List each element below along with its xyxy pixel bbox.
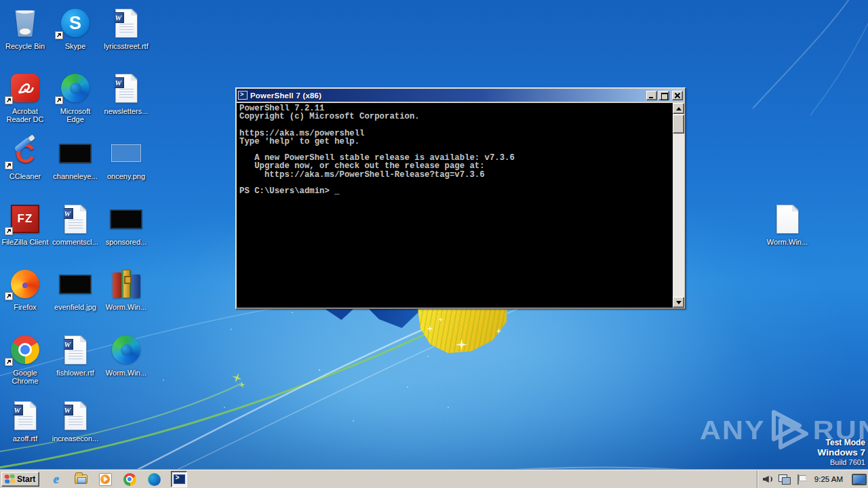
console-scrollbar[interactable] bbox=[673, 103, 684, 308]
folder-icon bbox=[75, 474, 87, 484]
scroll-up-button[interactable] bbox=[673, 103, 684, 114]
start-button[interactable]: Start bbox=[1, 472, 39, 487]
desktop-icon-increasecon[interactable]: W increasecon... bbox=[51, 398, 100, 443]
winrar-archive-icon bbox=[111, 270, 141, 298]
media-player-icon bbox=[99, 473, 112, 486]
icon-label: Acrobat Reader DC bbox=[1, 107, 50, 123]
scrollbar-thumb[interactable] bbox=[673, 115, 684, 134]
icon-label: sponsored... bbox=[102, 238, 151, 246]
triangle-down-icon bbox=[676, 301, 682, 304]
start-button-label: Start bbox=[17, 474, 35, 484]
desktop-icon-fishlower-rtf[interactable]: W fishlower.rtf bbox=[51, 332, 100, 377]
shortcut-arrow-icon bbox=[5, 161, 13, 169]
recycle-bin-icon bbox=[15, 9, 35, 37]
word-document-icon: W bbox=[115, 9, 138, 38]
word-document-icon: W bbox=[64, 401, 87, 430]
skype-icon: S bbox=[61, 9, 90, 37]
desktop-icon-evenfield-jpg[interactable]: evenfield.jpg bbox=[51, 266, 100, 311]
icon-label: CCleaner bbox=[1, 172, 50, 180]
chrome-icon bbox=[11, 336, 39, 364]
desktop-icon-onceny-png[interactable]: onceny.png bbox=[102, 136, 151, 180]
icon-label: evenfield.jpg bbox=[51, 303, 100, 311]
maximize-button[interactable] bbox=[658, 91, 669, 100]
console-text: PowerShell 7.2.11 Copyright (c) Microsof… bbox=[237, 103, 673, 195]
word-document-icon: W bbox=[64, 336, 87, 365]
icon-label: newsletters... bbox=[102, 107, 151, 115]
desktop-icon-recycle-bin[interactable]: Recycle Bin bbox=[1, 5, 50, 50]
taskbar-item-edge[interactable] bbox=[146, 472, 161, 487]
word-w-badge: W bbox=[62, 339, 73, 350]
desktop-icon-sponsored[interactable]: sponsored... bbox=[102, 201, 151, 246]
icon-label: increasecon... bbox=[51, 434, 100, 443]
icon-label: Recycle Bin bbox=[1, 42, 50, 50]
desktop-icon-worm-rar[interactable]: Worm.Win... bbox=[102, 266, 151, 311]
shortcut-arrow-icon bbox=[5, 227, 13, 235]
icon-label: commentscl... bbox=[51, 238, 100, 246]
blank-file-icon bbox=[776, 205, 799, 234]
shortcut-arrow-icon bbox=[55, 31, 63, 39]
desktop-icon-lyricsstreet-rtf[interactable]: W lyricsstreet.rtf bbox=[102, 5, 151, 50]
desktop-icon-worm-file[interactable]: Worm.Win... bbox=[763, 201, 812, 246]
volume-icon[interactable] bbox=[763, 474, 772, 484]
icon-label: fishlower.rtf bbox=[51, 369, 100, 377]
acrobat-reader-icon bbox=[11, 74, 39, 102]
icon-label: Google Chrome bbox=[1, 369, 50, 385]
windows-flag-icon bbox=[5, 474, 16, 484]
display-icon[interactable] bbox=[852, 474, 864, 485]
quick-launch: e > bbox=[49, 471, 187, 487]
triangle-up-icon bbox=[676, 107, 682, 110]
desktop-icon-microsoft-edge[interactable]: Microsoft Edge bbox=[51, 70, 100, 123]
powershell-window: > PowerShell 7 (x86) PowerShell 7.2.11 C… bbox=[235, 87, 686, 309]
desktop-icon-filezilla[interactable]: FZ FileZilla Client bbox=[1, 201, 50, 246]
desktop-icon-channeleye[interactable]: channeleye... bbox=[51, 136, 100, 180]
desktop-icon-firefox[interactable]: Firefox bbox=[1, 266, 50, 311]
icon-label: onceny.png bbox=[102, 172, 151, 180]
faint-image-thumbnail-icon bbox=[111, 144, 141, 162]
desktop-icon-commentscl[interactable]: W commentscl... bbox=[51, 201, 100, 246]
action-center-flag-icon[interactable] bbox=[797, 474, 806, 485]
icon-label: Worm.Win... bbox=[763, 238, 812, 246]
desktop-icon-ccleaner[interactable]: C CCleaner bbox=[1, 136, 50, 180]
edge-icon bbox=[61, 74, 90, 102]
word-document-icon: W bbox=[115, 74, 138, 103]
taskbar-item-powershell-active[interactable]: > bbox=[171, 471, 187, 487]
shortcut-arrow-icon bbox=[5, 292, 13, 300]
wallpaper-speckles bbox=[319, 369, 320, 371]
icon-label: lyricsstreet.rtf bbox=[102, 42, 151, 50]
taskbar-item-explorer[interactable] bbox=[73, 472, 88, 487]
taskbar: Start e > 9:25 AM bbox=[0, 470, 868, 488]
close-button[interactable] bbox=[672, 91, 683, 100]
icon-label: Firefox bbox=[1, 303, 50, 311]
word-w-badge: W bbox=[113, 12, 124, 23]
network-icon[interactable] bbox=[778, 474, 791, 485]
word-document-icon: W bbox=[14, 401, 37, 430]
desktop-screen: Recycle Bin S Skype W lyricsstreet.rtf A… bbox=[0, 0, 868, 488]
word-w-badge: W bbox=[62, 405, 73, 415]
shortcut-arrow-icon bbox=[5, 358, 13, 366]
taskbar-item-internet-explorer[interactable]: e bbox=[49, 472, 64, 487]
icon-label: Worm.Win... bbox=[102, 369, 151, 377]
desktop-icon-worm-edge[interactable]: Worm.Win... bbox=[102, 332, 151, 377]
taskbar-clock[interactable]: 9:25 AM bbox=[812, 475, 846, 483]
image-thumbnail-icon bbox=[60, 144, 91, 163]
icon-label: channeleye... bbox=[51, 172, 100, 180]
icon-label: azoff.rtf bbox=[1, 434, 50, 443]
desktop-icon-google-chrome[interactable]: Google Chrome bbox=[1, 332, 50, 385]
sparkle bbox=[238, 381, 246, 389]
word-document-icon: W bbox=[64, 205, 87, 234]
taskbar-item-chrome[interactable] bbox=[122, 472, 137, 487]
taskbar-item-media-player[interactable] bbox=[98, 472, 113, 487]
powershell-titlebar[interactable]: > PowerShell 7 (x86) bbox=[237, 89, 684, 102]
edge-icon bbox=[148, 473, 161, 486]
desktop-icon-newsletters[interactable]: W newsletters... bbox=[102, 70, 151, 115]
desktop-icon-acrobat-reader[interactable]: Acrobat Reader DC bbox=[1, 70, 50, 123]
shortcut-arrow-icon bbox=[55, 96, 63, 104]
word-w-badge: W bbox=[113, 77, 124, 88]
firefox-icon bbox=[11, 270, 39, 298]
scroll-down-button[interactable] bbox=[673, 297, 684, 308]
desktop-icon-azoff-rtf[interactable]: W azoff.rtf bbox=[1, 398, 50, 443]
desktop-icon-skype[interactable]: S Skype bbox=[51, 5, 100, 50]
minimize-button[interactable] bbox=[646, 91, 657, 100]
console-output[interactable]: PowerShell 7.2.11 Copyright (c) Microsof… bbox=[237, 103, 673, 308]
internet-explorer-icon: e bbox=[54, 473, 59, 485]
